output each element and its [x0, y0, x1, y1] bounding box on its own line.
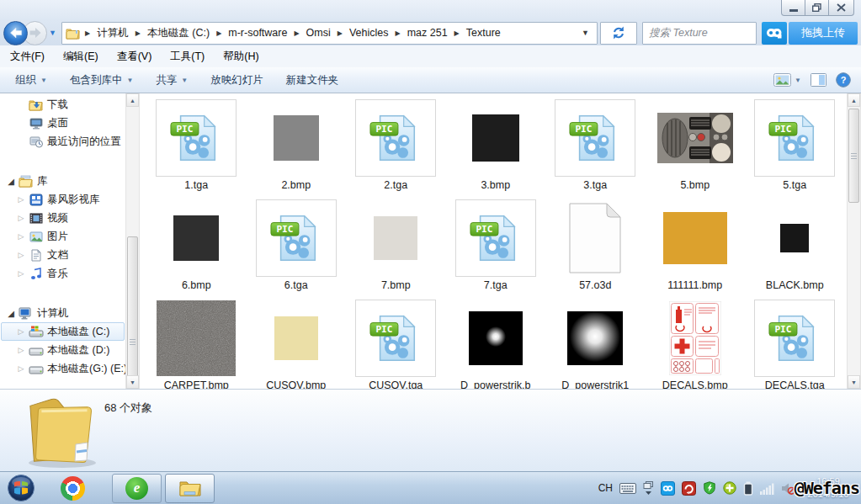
- sidebar-scrollbar[interactable]: ▲ ▼: [125, 93, 140, 389]
- scrollbar-thumb[interactable]: [848, 109, 859, 203]
- menu-item[interactable]: 帮助(H): [216, 50, 265, 64]
- file-item[interactable]: 111111.bmp: [646, 199, 746, 300]
- scroll-down-icon[interactable]: ▼: [848, 375, 860, 389]
- expand-icon[interactable]: ▷: [15, 364, 27, 373]
- breadcrumb-bar[interactable]: ▶计算机▶本地磁盘 (C:)▶m-r-software▶Omsi▶Vehicle…: [61, 22, 598, 45]
- file-item[interactable]: PICCUSOV.tga: [346, 300, 446, 389]
- baidu-cloud-button[interactable]: [762, 22, 787, 45]
- drag-upload-button[interactable]: 拖拽上传: [789, 22, 858, 45]
- sidebar-item[interactable]: ▷视频: [1, 209, 125, 227]
- file-item[interactable]: DECALS.bmp: [646, 300, 746, 389]
- address-dropdown-icon[interactable]: ▼: [577, 29, 593, 37]
- file-item[interactable]: PIC7.tga: [446, 199, 546, 300]
- menu-item[interactable]: 文件(F): [3, 50, 51, 64]
- file-item[interactable]: 5.bmp: [646, 99, 746, 199]
- toolbar-button[interactable]: 组织▼: [15, 73, 47, 88]
- toolbar-button[interactable]: 共享▼: [156, 73, 188, 88]
- refresh-button[interactable]: [600, 22, 637, 45]
- battery-icon[interactable]: [743, 481, 753, 496]
- shield-tray-icon[interactable]: [703, 481, 716, 495]
- breadcrumb-segment[interactable]: 本地磁盘 (C:): [146, 26, 211, 40]
- close-button[interactable]: [828, 0, 854, 16]
- recent-pages-dropdown-icon[interactable]: ▼: [49, 29, 56, 37]
- expand-icon[interactable]: ▷: [15, 214, 27, 222]
- toolbar-button[interactable]: 包含到库中▼: [70, 73, 133, 88]
- menu-item[interactable]: 查看(V): [110, 50, 159, 64]
- scroll-up-icon[interactable]: ▲: [126, 93, 139, 107]
- file-item[interactable]: 2.bmp: [247, 99, 347, 199]
- network-signal-icon[interactable]: [760, 482, 774, 495]
- sidebar-item[interactable]: ▷文档: [1, 246, 125, 264]
- taskbar-chrome-icon[interactable]: [61, 476, 85, 501]
- sidebar-item-label: 文档: [47, 248, 68, 263]
- file-item[interactable]: BLACK.bmp: [745, 199, 845, 300]
- taskbar-360-browser-button[interactable]: e: [112, 474, 162, 503]
- toolbar-button[interactable]: 新建文件夹: [286, 73, 339, 88]
- file-item[interactable]: PIC5.tga: [745, 99, 845, 199]
- antivirus-ball-tray-icon[interactable]: [723, 481, 736, 495]
- sidebar-item[interactable]: ▷图片: [1, 227, 125, 246]
- expand-icon[interactable]: ▷: [15, 232, 27, 241]
- expand-icon[interactable]: ▷: [15, 346, 27, 354]
- file-item[interactable]: D_powerstrik1: [545, 300, 646, 389]
- file-item[interactable]: 7.bmp: [346, 199, 446, 300]
- scroll-down-icon[interactable]: ▼: [126, 375, 139, 389]
- language-indicator[interactable]: CH: [598, 482, 613, 494]
- file-item[interactable]: PIC3.tga: [545, 99, 646, 199]
- toolbar-button[interactable]: 放映幻灯片: [210, 73, 263, 88]
- file-list-scrollbar[interactable]: ▲ ▼: [847, 93, 861, 389]
- breadcrumb-segment[interactable]: m-r-software: [226, 27, 289, 39]
- file-item[interactable]: 3.bmp: [446, 99, 546, 199]
- title-bar[interactable]: [0, 0, 861, 20]
- taskbar-clock[interactable]: 16:59 2014/9/16: [802, 475, 854, 501]
- breadcrumb-segment[interactable]: Omsi: [305, 27, 332, 39]
- sidebar-item[interactable]: ▷暴风影视库: [1, 190, 125, 209]
- help-button[interactable]: ?: [836, 72, 851, 88]
- scroll-up-icon[interactable]: ▲: [848, 93, 860, 107]
- file-item[interactable]: D_powerstrik.b: [446, 300, 546, 389]
- sidebar-item[interactable]: ▷本地磁盘 (D:): [1, 341, 125, 359]
- file-item[interactable]: PICDECALS.tga: [745, 300, 845, 389]
- sidebar-item[interactable]: ▷本地磁盘(G:) (E:): [1, 359, 125, 378]
- keyboard-icon[interactable]: [619, 483, 636, 494]
- show-hidden-icons-button[interactable]: [643, 480, 654, 496]
- minimize-button[interactable]: [781, 0, 805, 16]
- restore-button[interactable]: [805, 0, 829, 16]
- change-view-button[interactable]: ▼: [773, 73, 801, 87]
- thunder-tray-icon[interactable]: [682, 481, 696, 496]
- baidu-cloud-tray-icon[interactable]: [661, 481, 675, 496]
- back-button[interactable]: [3, 21, 28, 45]
- collapse-icon[interactable]: ◢: [5, 309, 17, 318]
- taskbar-explorer-button[interactable]: [165, 474, 215, 503]
- collapse-icon[interactable]: ◢: [5, 177, 17, 186]
- sidebar-item[interactable]: 下载: [1, 95, 125, 114]
- expand-icon[interactable]: ▷: [15, 327, 27, 336]
- scrollbar-thumb[interactable]: [127, 236, 138, 389]
- volume-muted-icon[interactable]: [781, 482, 795, 495]
- start-button[interactable]: [7, 474, 35, 502]
- sidebar-item[interactable]: ◢库: [1, 172, 125, 190]
- menu-item[interactable]: 编辑(E): [56, 50, 105, 64]
- file-item[interactable]: PIC2.tga: [346, 99, 446, 199]
- sidebar-item[interactable]: ▷本地磁盘 (C:): [1, 322, 125, 341]
- file-item[interactable]: PIC1.tga: [146, 99, 247, 199]
- file-item[interactable]: CARPET.bmp: [146, 300, 247, 389]
- breadcrumb-segment[interactable]: maz 251: [406, 27, 449, 39]
- sidebar-item[interactable]: 桌面: [1, 114, 125, 132]
- search-box[interactable]: 搜索 Texture: [642, 22, 757, 45]
- file-item[interactable]: PIC6.tga: [247, 199, 347, 300]
- sidebar-item[interactable]: 最近访问的位置: [1, 132, 125, 151]
- file-item[interactable]: CUSOV.bmp: [247, 300, 347, 389]
- sidebar-item[interactable]: ◢计算机: [1, 304, 125, 322]
- preview-pane-button[interactable]: [811, 73, 826, 87]
- expand-icon[interactable]: ▷: [15, 195, 27, 204]
- file-item[interactable]: 57.o3d: [545, 199, 646, 300]
- expand-icon[interactable]: ▷: [15, 269, 27, 278]
- expand-icon[interactable]: ▷: [15, 251, 27, 259]
- menu-item[interactable]: 工具(T): [163, 50, 211, 64]
- breadcrumb-segment[interactable]: 计算机: [95, 26, 130, 40]
- breadcrumb-segment[interactable]: Vehicles: [348, 27, 391, 39]
- file-item[interactable]: 6.bmp: [146, 199, 247, 300]
- breadcrumb-segment[interactable]: Texture: [465, 27, 502, 39]
- sidebar-item[interactable]: ▷音乐: [1, 264, 125, 283]
